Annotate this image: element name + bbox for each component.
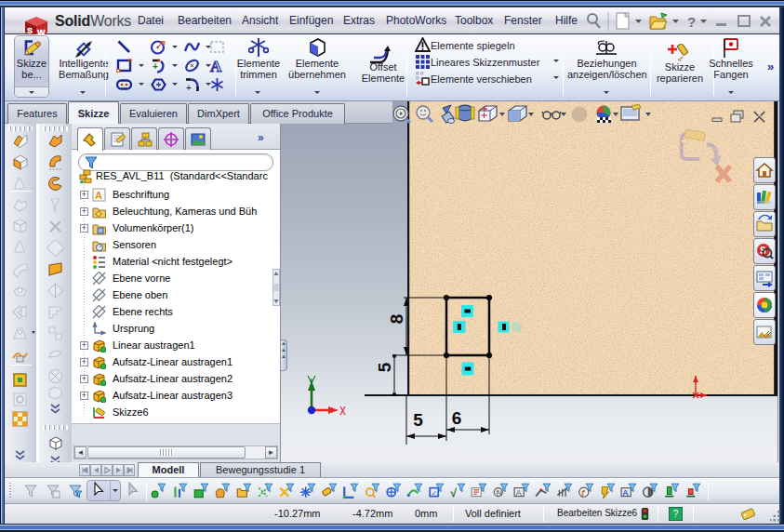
svg-text:A: A	[622, 488, 629, 498]
svg-text:8: 8	[387, 314, 406, 325]
svg-text:+: +	[186, 83, 192, 92]
svg-text:N: N	[497, 488, 503, 498]
svg-text:ƒ: ƒ	[580, 488, 585, 498]
svg-text:✓: ✓	[431, 489, 437, 498]
svg-text:5: 5	[375, 362, 394, 372]
svg-text:A: A	[516, 488, 522, 498]
svg-text:?: ?	[687, 14, 696, 30]
svg-text:√: √	[450, 486, 457, 499]
svg-text:6: 6	[452, 408, 462, 428]
svg-text:5: 5	[413, 410, 423, 430]
svg-text:+: +	[153, 61, 158, 72]
svg-text:A: A	[210, 58, 222, 73]
svg-text:A: A	[95, 190, 102, 201]
